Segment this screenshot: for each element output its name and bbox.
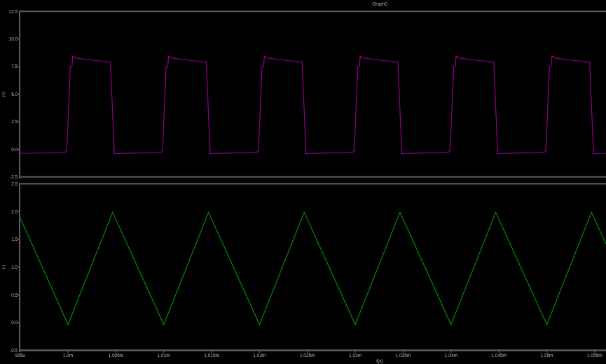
svg-text:2.0: 2.0 <box>11 209 18 214</box>
svg-text:Graph0: Graph0 <box>372 1 387 7</box>
svg-text:1.045m: 1.045m <box>491 353 507 358</box>
svg-text:1.0: 1.0 <box>11 265 18 270</box>
svg-text:2.5: 2.5 <box>11 119 18 124</box>
svg-text:5.0: 5.0 <box>11 92 18 97</box>
svg-text:995u: 995u <box>15 353 25 358</box>
svg-text:(-): (-) <box>1 265 6 270</box>
svg-text:1.0m: 1.0m <box>63 353 73 358</box>
svg-text:-0.5: -0.5 <box>10 348 18 353</box>
svg-text:t(s): t(s) <box>376 358 383 364</box>
svg-text:(V): (V) <box>1 91 6 97</box>
svg-text:10.0: 10.0 <box>9 36 18 41</box>
svg-text:0.0: 0.0 <box>11 320 18 325</box>
svg-text:2.5: 2.5 <box>11 181 18 186</box>
svg-text:7.5: 7.5 <box>11 64 18 69</box>
svg-text:1.01m: 1.01m <box>158 353 170 358</box>
svg-text:1.015m: 1.015m <box>204 353 219 358</box>
svg-text:1.035m: 1.035m <box>396 353 411 358</box>
svg-text:1.055m: 1.055m <box>587 353 602 358</box>
svg-text:0.5: 0.5 <box>11 293 18 298</box>
svg-text:-2.5: -2.5 <box>10 174 18 179</box>
svg-text:1.02m: 1.02m <box>253 353 266 358</box>
svg-text:1.05m: 1.05m <box>540 353 553 358</box>
svg-text:1.03m: 1.03m <box>349 353 361 358</box>
svg-text:12.5: 12.5 <box>9 9 18 14</box>
svg-text:1.025m: 1.025m <box>300 353 315 358</box>
svg-text:1.5: 1.5 <box>11 237 18 241</box>
svg-text:0.0: 0.0 <box>11 147 18 152</box>
svg-text:1.04m: 1.04m <box>445 353 457 358</box>
svg-text:1.005m: 1.005m <box>109 353 124 358</box>
